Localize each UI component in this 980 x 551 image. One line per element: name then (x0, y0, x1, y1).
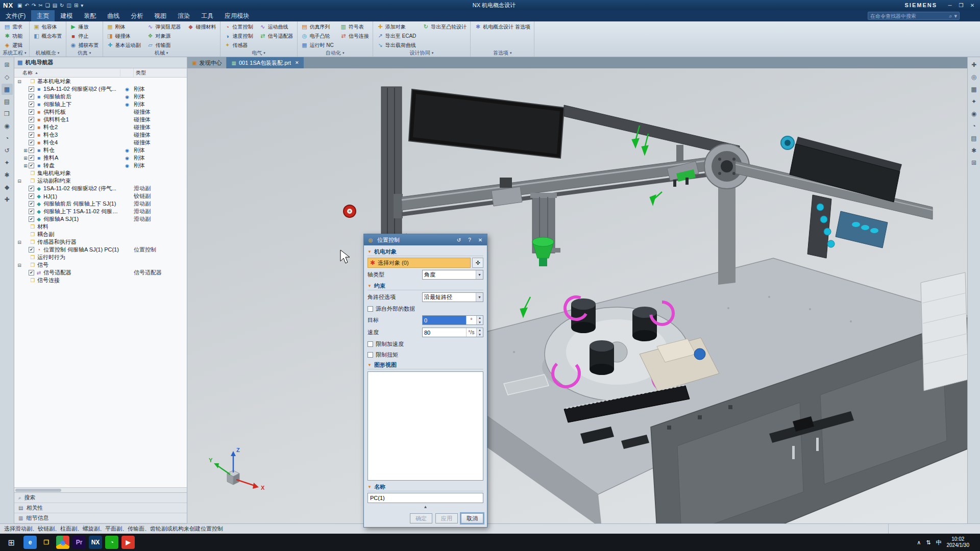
ribbon-button[interactable]: ◆ 碰撞材料 (186, 22, 217, 31)
row-checkbox[interactable] (22, 178, 28, 184)
minimize-button[interactable]: ─ (944, 3, 955, 8)
ribbon-button[interactable]: ◑ 速度控制 (223, 32, 254, 40)
ime-indicator[interactable]: 中 (936, 539, 942, 546)
navigator-section-tab[interactable]: ▤ 相关性 (14, 503, 187, 513)
taskbar-app-icon[interactable]: ▶ (121, 536, 135, 549)
dock-icon[interactable]: ◔ (968, 120, 979, 132)
viewport-3d-canvas[interactable]: X Y Z (187, 68, 967, 523)
tree-row[interactable]: ❒ 材料 (14, 223, 187, 231)
navigator-horizontal-scrollbar[interactable] (14, 487, 187, 492)
visibility-icon[interactable]: ◉ (120, 94, 134, 99)
tray-expand-icon[interactable]: ∧ (917, 539, 921, 546)
target-spinner[interactable]: ▲ ▼ (476, 316, 483, 324)
dialog-reset-icon[interactable]: ↺ (455, 237, 463, 243)
row-checkbox[interactable] (22, 232, 28, 237)
ribbon-button[interactable]: ⇄ 信号连接 (339, 32, 370, 40)
quick-access-icon[interactable]: ▣ (17, 3, 22, 8)
dialog-title-bar[interactable]: ◎ 位置控制 ↺ ? ✕ (364, 234, 487, 245)
tree-row[interactable]: ❒ 集电机电对象 (14, 169, 187, 177)
column-header-name[interactable]: 名称 ▲ (14, 69, 120, 77)
tree-row[interactable]: ✔ ◔ 位置控制 伺服轴A SJ(1) PC(1) 位置控制 (14, 246, 187, 254)
column-header-visibility[interactable] (120, 68, 134, 77)
tree-row[interactable]: ✔ ■ 料仓3 碰撞体 (14, 131, 187, 139)
resource-tab-icon[interactable]: ◇ (2, 71, 13, 83)
row-checkbox[interactable]: ✔ (29, 140, 34, 145)
ribbon-group-label[interactable]: 系统工程▾ (3, 49, 27, 57)
ribbon-button[interactable]: ▦ 运行时 NC (300, 41, 335, 49)
resource-tab-icon[interactable]: ✦ (2, 157, 13, 168)
resource-tab-icon[interactable]: ✚ (2, 194, 13, 205)
start-button[interactable]: ⊞ (0, 534, 22, 551)
visibility-icon[interactable]: ◉ (120, 156, 134, 161)
ribbon-button[interactable]: ⇄ 信号适配器 (258, 32, 295, 40)
spin-down-icon[interactable]: ▼ (477, 333, 483, 337)
scrollbar-thumb[interactable] (15, 489, 61, 492)
row-checkbox[interactable] (22, 224, 28, 230)
dock-icon[interactable]: ◎ (968, 71, 979, 83)
close-button[interactable]: ✕ (967, 3, 978, 8)
graph-view-area[interactable] (368, 371, 483, 481)
expander-icon[interactable]: ⊟ (16, 263, 22, 268)
search-box[interactable]: ⌕ ▾ (868, 12, 960, 20)
row-checkbox[interactable] (22, 262, 28, 268)
row-checkbox[interactable]: ✔ (29, 132, 34, 138)
expander-icon[interactable]: ⊞ (22, 163, 29, 168)
section-mechatronics-object[interactable]: ▼ 机电对象 (368, 247, 483, 256)
row-checkbox[interactable]: ✔ (29, 209, 34, 214)
quick-access-icon[interactable]: ◫ (67, 3, 71, 8)
menu-item[interactable]: 分析 (125, 10, 149, 21)
limit-acceleration-checkbox-row[interactable]: 限制加速度 (368, 339, 483, 348)
tree-row[interactable]: ⊞ ✔ ■ 料仓 ◉ 刚体 (14, 146, 187, 154)
ribbon-group-label[interactable]: 设计协同▾ (376, 49, 468, 57)
section-graph-view[interactable]: ▼ 图形视图 (368, 361, 483, 369)
tree-row[interactable]: ⊟ ❒ 基本机电对象 (14, 78, 187, 85)
visibility-icon[interactable]: ◉ (120, 102, 134, 107)
ribbon-button[interactable]: ◧ 概念布置 (32, 32, 63, 40)
menu-item[interactable]: 文件(F) (0, 10, 31, 21)
ribbon-group-label[interactable]: 自动化▾ (300, 49, 370, 57)
ribbon-button[interactable]: ∿ 弹簧阻尼器 (146, 22, 182, 31)
taskbar-app-icon[interactable]: Pr (72, 536, 86, 549)
tree-row[interactable]: ✔ ◆ HJ(1) 铰链副 (14, 192, 187, 200)
menu-item[interactable]: 曲线 (102, 10, 125, 21)
tree-row[interactable]: ✔ ⇄ 信号适配器 信号适配器 (14, 269, 187, 277)
row-checkbox[interactable] (22, 255, 28, 260)
ribbon-button[interactable]: ◎ 电子凸轮 (300, 32, 335, 40)
navigator-section-tab[interactable]: ⌕ 搜索 (14, 493, 187, 503)
ribbon-button[interactable]: ◈ 逻辑 (3, 41, 23, 49)
section-constraint[interactable]: ▼ 约束 (368, 282, 483, 290)
cancel-button[interactable]: 取消 (461, 513, 483, 523)
expander-icon[interactable]: ⊟ (16, 179, 22, 184)
ribbon-button[interactable]: ✦ 传感器 (223, 41, 254, 49)
ribbon-button[interactable]: ▤ 需求 (3, 22, 23, 31)
external-data-checkbox-row[interactable]: 源自外部的数据 (368, 304, 483, 313)
dialog-close-icon[interactable]: ✕ (476, 237, 484, 243)
resource-tab-icon[interactable]: ◔ (2, 133, 13, 144)
tab-discovery-center[interactable]: ▣ 发现中心 (187, 57, 227, 68)
row-checkbox[interactable]: ✔ (29, 163, 34, 168)
speed-input[interactable]: 80 °/s ▲ ▼ (422, 328, 483, 337)
ribbon-button[interactable]: ↗ 导出至 ECAD (376, 32, 418, 40)
ribbon-button[interactable]: ■ 停止 (69, 32, 100, 40)
checkbox[interactable] (368, 352, 373, 358)
tree-row[interactable]: ✔ ■ 伺服轴前后 ◉ 刚体 (14, 93, 187, 101)
resource-tab-icon[interactable]: ❒ (2, 108, 13, 119)
search-input[interactable] (870, 13, 947, 19)
taskbar-app-icon[interactable]: ❒ (40, 536, 53, 549)
speed-spinner[interactable]: ▲ ▼ (476, 328, 483, 337)
target-value[interactable]: 0 (423, 316, 466, 324)
ribbon-group-label[interactable]: 机械概念▾ (32, 49, 63, 57)
quick-access-icon[interactable]: ↻ (60, 3, 64, 8)
dock-icon[interactable]: ▦ (968, 84, 979, 95)
section-name[interactable]: ▼ 名称 (368, 483, 483, 491)
expander-icon[interactable]: ⊟ (16, 79, 22, 84)
spin-up-icon[interactable]: ▲ (477, 328, 483, 333)
tree-row[interactable]: ✔ ■ 料仓4 碰撞体 (14, 139, 187, 146)
speed-value[interactable]: 80 (423, 328, 466, 337)
search-caret-icon[interactable]: ▾ (954, 13, 957, 19)
row-checkbox[interactable]: ✔ (29, 155, 34, 161)
tree-row[interactable]: ✔ ■ 供料托板 碰撞体 (14, 108, 187, 116)
apply-button[interactable]: 应用 (435, 513, 458, 523)
ribbon-button[interactable]: ↻ 导出至凸轮设计 (421, 22, 468, 31)
ribbon-button[interactable]: ▦ 刚体 (106, 22, 142, 31)
